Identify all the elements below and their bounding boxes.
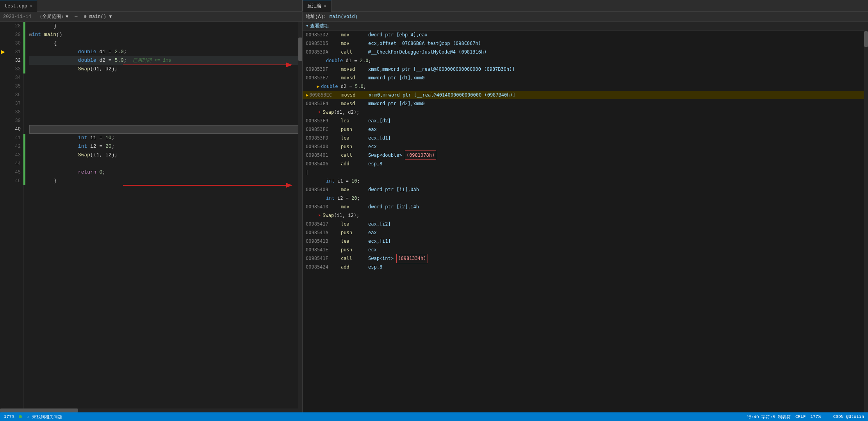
code-line-34 (29, 73, 298, 82)
disasm-content[interactable]: 009853D2 mov dword ptr [ebp-4],eax 00985… (303, 30, 868, 412)
disasm-line-12: 009853FC push eax (303, 125, 868, 134)
disasm-line-i2: 00985410 mov dword ptr [i2],14h (303, 202, 868, 211)
disasm-line-2: 009853D5 mov ecx,offset _07C86B8A_test@c… (303, 39, 868, 48)
disasm-line-i1-lea: 0098541B lea ecx,[i1] (303, 237, 868, 245)
disasm-line-5: 009853DF movsd xmm0,mmword ptr [__real@4… (303, 65, 868, 73)
code-line-28: } (29, 22, 298, 30)
right-tab-spacer (332, 0, 868, 11)
disasm-line-8-current: ▶ 009853EC movsd xmm0,mmword ptr [__real… (303, 91, 868, 99)
position-info: 行:40 字符:5 制表符 (747, 414, 791, 420)
disasm-source-d2: ▶ double d2 = 5.0; (303, 82, 868, 91)
code-hscrollbar-thumb[interactable] (0, 408, 78, 412)
left-tab-test-cpp[interactable]: test.cpp × (0, 0, 37, 12)
right-tab-disasm[interactable]: 反汇编 × (303, 0, 332, 12)
disasm-source-swap-i: ➤ Swap(i1, i2); (303, 211, 868, 220)
code-scrollbar[interactable] (298, 22, 302, 408)
ln-42: 42 (8, 142, 21, 151)
status-bar: 177% ⚠ 未找到相关问题 行:40 字符:5 制表符 CRLF 177% C… (0, 412, 868, 421)
disasm-source-swap-d: ➤ Swap(d1, d2); (303, 108, 868, 116)
disasm-line-9: 009853F4 movsd mmword ptr [d2],xmm0 (303, 99, 868, 108)
chevron-down-icon: ▾ (306, 23, 308, 29)
disasm-header: 地址(A): main(void) (303, 12, 868, 22)
disasm-line-add-esp2: 00985424 add esp,8 (303, 263, 868, 271)
disasm-line-1: 009853D2 mov dword ptr [ebp-4],eax (303, 30, 868, 39)
ln-29: 29 (8, 30, 21, 39)
ln-36: 36 (8, 91, 21, 99)
disasm-source-i2: int i2 = 20; (303, 194, 868, 202)
code-date: 2023-11-14 (3, 14, 31, 20)
swap-int-box: (0981334h) (396, 254, 428, 263)
disasm-source-d1: double d1 = 2.0; (303, 56, 868, 65)
code-line-46: } (29, 177, 298, 185)
code-line-45: return 0; (29, 168, 298, 177)
credit-text: CSDN @dtulin (833, 414, 864, 419)
code-line-39 (29, 116, 298, 125)
disasm-panel: 地址(A): main(void) ▾ 查看选项 009853D2 mov dw… (303, 12, 868, 412)
swap-double-box: (0981078h) (405, 150, 436, 160)
code-scrollbar-thumb[interactable] (298, 38, 302, 61)
code-line-37 (29, 99, 298, 108)
code-line-33: Swap(d1, d2); (29, 65, 298, 73)
ln-31: 31 (8, 48, 21, 56)
ln-45: 45 (8, 168, 21, 177)
hint-time: 已用时间 <= 1ms (133, 56, 171, 65)
disasm-line-11: 009853F9 lea eax,[d2] (303, 116, 868, 125)
code-line-42: int i2 = 20; (29, 142, 298, 151)
disasm-line-i1: 00985409 mov dword ptr [i1],0Ah (303, 185, 868, 194)
scope-dropdown[interactable]: （全局范围）▼ (37, 13, 68, 20)
view-options-bar[interactable]: ▾ 查看选项 (303, 22, 868, 30)
code-text[interactable]: } ⊟ int main () { (25, 22, 298, 408)
code-line-31: double d1 = 2.0; (29, 48, 298, 56)
disasm-line-swap-int: 0098541F call Swap<int> (0981334h) (303, 254, 868, 263)
address-label: 地址(A): (306, 13, 326, 20)
code-line-35 (29, 82, 298, 91)
red-arrow-d1-icon: ➤ (318, 108, 321, 116)
disasm-line-3: 009853DA call @__CheckForDebuggerJustMyC… (303, 48, 868, 56)
disasm-line-13: 009853FD lea ecx,[d1] (303, 134, 868, 142)
disasm-vscrollbar-thumb[interactable] (864, 31, 868, 47)
disasm-current-arrow-d2: ▶ (317, 82, 319, 91)
tab-label: test.cpp (5, 4, 27, 9)
disasm-line-14: 00985400 push ecx (303, 142, 868, 151)
line-number-column: 28 29 30 31 32 33 34 35 36 37 38 39 40 4… (8, 22, 23, 408)
line-ending: CRLF (795, 414, 806, 419)
collapse-icon-29[interactable]: ⊟ (29, 30, 32, 39)
code-line-38 (29, 108, 298, 116)
code-area: ▶ 28 29 30 31 32 33 34 35 36 37 38 39 40 (0, 22, 302, 408)
ln-39: 39 (8, 116, 21, 125)
disasm-source-i1: int i1 = 10; (303, 177, 868, 185)
error-label: ⚠ 未找到相关问题 (27, 414, 62, 420)
ln-41: 41 (8, 134, 21, 142)
disasm-arrow-ec: ▶ (306, 91, 308, 99)
code-line-40 (29, 125, 298, 134)
ln-28: 28 (8, 22, 21, 30)
function-dropdown[interactable]: ⊕ main() ▼ (84, 14, 112, 20)
ln-43: 43 (8, 151, 21, 159)
view-options-label: 查看选项 (310, 23, 329, 29)
code-line-41: int i1 = 10; (29, 134, 298, 142)
disasm-line-6: 009853E7 movsd mmword ptr [d1],xmm0 (303, 73, 868, 82)
disasm-blank-cursor: | (303, 168, 868, 177)
close-icon[interactable]: × (30, 4, 32, 9)
debug-arrow-indicator: ▶ (1, 48, 5, 56)
code-line-32: double d2 = 5.0; 已用时间 <= 1ms (29, 56, 298, 65)
disasm-close-icon[interactable]: × (324, 4, 326, 9)
zoom-level-left: 177% (4, 414, 14, 419)
disasm-vscrollbar[interactable] (864, 29, 868, 412)
ln-38: 38 (8, 108, 21, 116)
green-dot (19, 415, 22, 418)
code-line-44 (29, 159, 298, 168)
disasm-line-i2-lea: 00985417 lea eax,[i2] (303, 220, 868, 228)
ln-30: 30 (8, 39, 21, 48)
disasm-line-16: 00985406 add esp,8 (303, 159, 868, 168)
ln-44: 44 (8, 159, 21, 168)
zoom-level-right: 177% (810, 414, 820, 419)
ln-32: 32 (8, 56, 21, 65)
code-line-29: ⊟ int main () (29, 30, 298, 39)
code-hscrollbar[interactable] (0, 408, 302, 412)
address-value: main(void) (330, 14, 358, 20)
header-sep: — (75, 14, 77, 20)
code-header: 2023-11-14 （全局范围）▼ — ⊕ main() ▼ (0, 12, 302, 22)
tab-spacer (37, 0, 302, 11)
ln-34: 34 (8, 73, 21, 82)
